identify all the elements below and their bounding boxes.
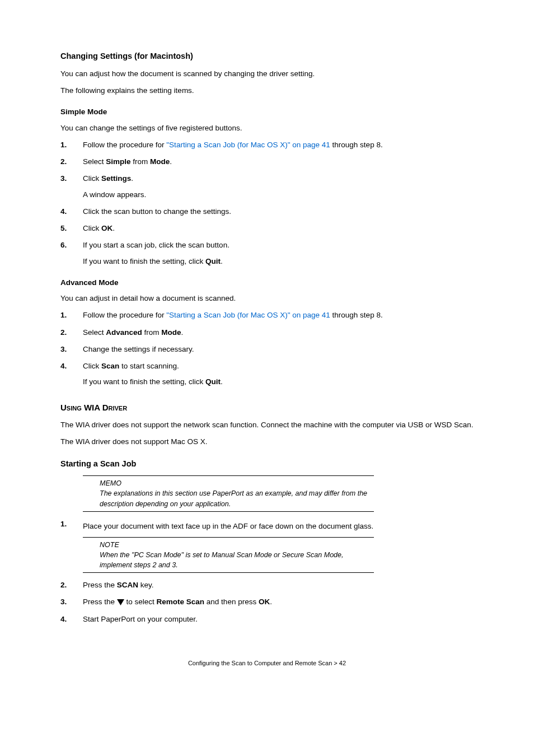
step-body: Place your document with text face up in… [83,519,474,534]
step-body: Click Scan to start scanning. If you wan… [83,361,474,388]
link-start-scan-mac[interactable]: "Starting a Scan Job (for Mac OS X)" on … [166,141,330,149]
step-subtext: A window appears. [83,189,474,200]
text: from [142,328,162,337]
text: from [131,157,151,166]
rule [83,572,374,573]
down-arrow-icon [117,599,124,605]
text: through step 8. [330,311,383,319]
step-subtext: If you want to finish the setting, click… [83,256,474,267]
step-number: 4. [60,614,83,625]
step-item: 2. Select Simple from Mode. [60,156,474,167]
text-bold: Settings [101,174,131,183]
step-item: 6. If you start a scan job, click the sc… [60,240,474,267]
para: You can adjust how the document is scann… [60,68,474,80]
heading-changing-settings: Changing Settings (for Macintosh) [60,50,474,63]
link-start-scan-mac[interactable]: "Starting a Scan Job (for Mac OS X)" on … [166,311,330,319]
step-number: 4. [60,361,83,388]
step-number: 2. [60,327,83,338]
text: Press the [83,598,117,606]
text: If you want to finish the setting, click [83,377,205,386]
steps-start: 1. Place your document with text face up… [60,519,474,534]
step-number: 5. [60,223,83,234]
step-item: 3. Press the to select Remote Scan and t… [60,596,474,608]
step-body: Change the settings if necessary. [83,344,474,355]
step-body: Select Simple from Mode. [83,156,474,167]
step-number: 3. [60,344,83,355]
step-number: 1. [60,310,83,321]
step-body: Select Advanced from Mode. [83,327,474,338]
step-item: 1. Follow the procedure for "Starting a … [60,310,474,321]
heading-starting-scan-job: Starting a Scan Job [60,458,474,470]
heading-simple-mode: Simple Mode [60,106,474,118]
text: Click [83,362,101,370]
heading-advanced-mode: Advanced Mode [60,277,474,288]
text: Select [83,328,106,337]
text: Click [83,174,101,183]
rule [83,511,374,512]
step-number: 6. [60,240,83,267]
step-item: 4. Click the scan button to change the s… [60,206,474,217]
steps-start-cont: 2. Press the SCAN key. 3. Press the to s… [60,580,474,625]
step-item: 4. Click Scan to start scanning. If you … [60,361,474,388]
step-body: Press the SCAN key. [83,580,474,591]
text: key. [138,581,154,589]
text: Press the [83,581,117,589]
text: through step 8. [330,141,383,149]
step-body: Follow the procedure for "Starting a Sca… [83,139,474,151]
text: Follow the procedure for [83,141,166,149]
text-bold: Simple [106,157,130,166]
text: If you want to finish the setting, click [83,257,205,265]
step-body: Click the scan button to change the sett… [83,206,474,217]
heading-wia-driver: Using WIA Driver [60,402,474,414]
text-bold: SCAN [117,581,138,589]
step-item: 4. Start PaperPort on your computer. [60,614,474,625]
step-body: Press the to select Remote Scan and then… [83,596,474,608]
memo-label: MEMO [100,478,374,488]
text: . [170,157,172,166]
step-item: 2. Select Advanced from Mode. [60,327,474,338]
step-number: 2. [60,156,83,167]
step-number: 3. [60,596,83,608]
step-body: Click OK. [83,223,474,234]
step-item: 1. Follow the procedure for "Starting a … [60,139,474,151]
para: You can adjust in detail how a document … [60,293,474,304]
text: Select [83,157,106,166]
memo-block: MEMO The explanations in this section us… [83,475,374,511]
step-number: 2. [60,580,83,591]
text: to select [124,598,157,606]
text-bold: Mode [161,328,181,337]
text: . [221,257,223,265]
note-text: When the "PC Scan Mode" is set to Manual… [100,550,374,570]
page-footer: Configuring the Scan to Computer and Rem… [60,659,474,668]
step-body: Follow the procedure for "Starting a Sca… [83,310,474,321]
step-item: 3. Change the settings if necessary. [60,344,474,355]
text: . [113,224,115,232]
text-bold: Remote Scan [157,598,205,606]
step-item: 2. Press the SCAN key. [60,580,474,591]
note-block: NOTE When the "PC Scan Mode" is set to M… [83,537,374,573]
svg-marker-0 [117,599,124,605]
text: to start scanning. [119,362,179,370]
step-number: 1. [60,519,83,534]
step-item: 1. Place your document with text face up… [60,519,474,534]
memo-text: The explanations in this section use Pap… [100,488,374,508]
para: You can change the settings of five regi… [60,123,474,134]
text: . [270,598,272,606]
text-bold: Scan [101,362,119,370]
text-bold: OK [101,224,113,232]
step-body: Click Settings. A window appears. [83,173,474,200]
step-subtext: If you want to finish the setting, click… [83,376,474,388]
steps-simple: 1. Follow the procedure for "Starting a … [60,139,474,267]
text: . [131,174,133,183]
steps-advanced: 1. Follow the procedure for "Starting a … [60,310,474,388]
step-item: 3. Click Settings. A window appears. [60,173,474,200]
text-bold: OK [259,598,270,606]
text: If you start a scan job, click the scan … [83,241,229,249]
step-item: 5. Click OK. [60,223,474,234]
para: The following explains the setting items… [60,85,474,96]
text: Follow the procedure for [83,311,166,319]
text-bold: Mode [150,157,170,166]
text-bold: Quit [205,377,221,386]
step-number: 3. [60,173,83,200]
note-label: NOTE [100,540,374,550]
